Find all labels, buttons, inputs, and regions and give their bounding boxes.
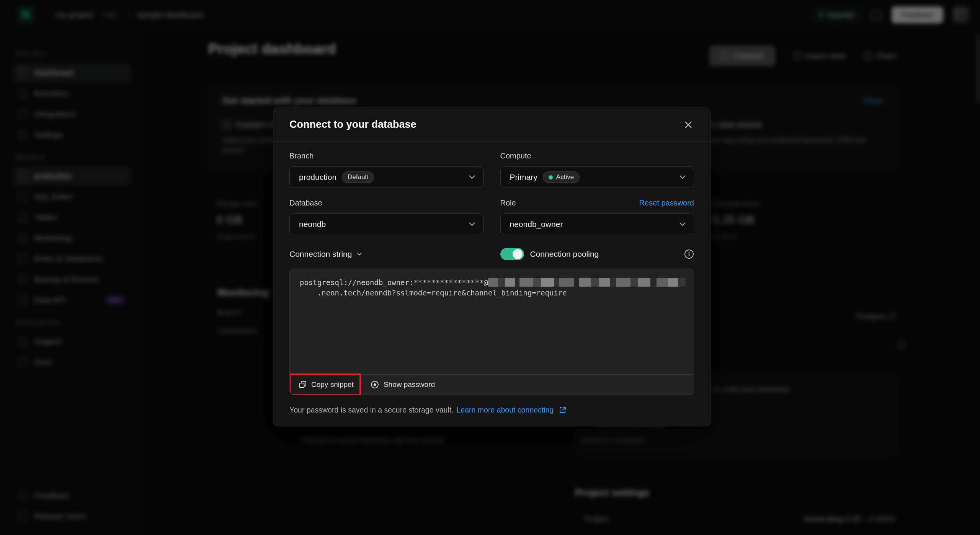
connection-string-code[interactable]: postgresql://neondb_owner:**************… xyxy=(290,269,694,307)
chevron-down-icon: ⌄ xyxy=(121,173,126,180)
sidebar-item-label: Branches xyxy=(34,89,68,98)
sidebar-item-tables[interactable]: Tables xyxy=(13,208,131,227)
book-icon xyxy=(18,357,27,367)
active-dot-icon xyxy=(549,175,553,179)
sidebar-item-label: Integrations xyxy=(34,109,76,119)
connection-string-dropdown[interactable]: Connection string xyxy=(289,250,483,259)
default-badge: Default xyxy=(342,171,374,183)
table-icon xyxy=(18,213,27,222)
import-data-button[interactable]: Import data xyxy=(794,51,846,60)
sidebar-item-feedback[interactable]: Feedback xyxy=(13,486,131,505)
info-icon[interactable] xyxy=(684,249,694,259)
upgrade-label: Upgrade xyxy=(826,11,854,19)
learn-more-link[interactable]: Learn more about connecting xyxy=(457,406,554,414)
sidebar-item-dashboard[interactable]: Dashboard xyxy=(13,63,131,82)
sidebar-item-label: Roles & Databases xyxy=(34,254,103,263)
feedback-button[interactable]: Feedback xyxy=(892,7,943,23)
copy-snippet-label: Copy snippet xyxy=(311,380,354,389)
sidebar-item-label: Tables xyxy=(34,213,57,222)
notifications-bell-icon[interactable] xyxy=(872,10,882,20)
plug-icon xyxy=(721,52,729,60)
upgrade-button[interactable]: Upgrade xyxy=(812,7,862,23)
neon-logo-icon[interactable]: N xyxy=(17,6,34,24)
branch-select[interactable]: production Default xyxy=(289,166,483,188)
sidebar-section-resources: Resources xyxy=(16,320,131,326)
sidebar-section-project: Project xyxy=(16,51,131,58)
branch-icon xyxy=(18,89,27,98)
onboarding-title: Get started with your database xyxy=(222,95,357,106)
upgrade-dot-icon xyxy=(819,13,823,17)
sidebar-item-label: Feedback xyxy=(34,491,69,500)
users-icon xyxy=(18,254,27,263)
connection-pooling-toggle[interactable] xyxy=(500,248,524,260)
role-select[interactable]: neondb_owner xyxy=(500,214,694,235)
copy-snippet-button[interactable]: Copy snippet xyxy=(291,375,362,395)
page-title: Project dashboard xyxy=(208,41,336,57)
info-icon[interactable] xyxy=(897,340,906,349)
breadcrumb-project[interactable]: my-project xyxy=(56,10,93,20)
clock-icon xyxy=(18,275,27,284)
plan-badge: Free xyxy=(100,10,121,19)
breadcrumb-separator: / xyxy=(127,10,130,20)
sidebar-item-backup-restore[interactable]: Backup & Restore xyxy=(13,270,131,289)
top-header: N my-project Free / sample-dashboard ⌄ U… xyxy=(0,0,980,29)
monitoring-block: Monitoring Branch Connections xyxy=(217,287,269,335)
show-password-label: Show password xyxy=(384,380,435,389)
share-button[interactable]: Share xyxy=(864,51,897,60)
api-icon xyxy=(18,295,27,305)
sidebar-item-monitoring[interactable]: Monitoring xyxy=(13,228,131,248)
monitoring-row: Branch xyxy=(217,308,269,317)
sidebar-item-label: Support xyxy=(34,337,62,346)
show-password-button[interactable]: Show password xyxy=(362,375,443,395)
database-select[interactable]: neondb xyxy=(289,214,483,235)
sidebar-item-roles-databases[interactable]: Roles & Databases xyxy=(13,249,131,268)
breadcrumb: my-project Free / sample-dashboard ⌄ xyxy=(56,10,217,20)
sidebar-branch-selector[interactable]: production ⌄ xyxy=(13,166,131,186)
modal-header: Connect to your database xyxy=(273,108,710,142)
scrollbar-thumb[interactable] xyxy=(977,34,979,103)
active-status-label: Active xyxy=(556,173,574,181)
sidebar: Project Dashboard Branches Integrations … xyxy=(0,29,144,535)
branch-value: production xyxy=(299,173,336,182)
breadcrumb-branch[interactable]: sample-dashboard xyxy=(137,10,203,20)
compute-select[interactable]: Primary Active xyxy=(500,166,694,188)
page-actions: Connect Import data Share xyxy=(709,46,897,66)
sidebar-section-branch: Branch xyxy=(16,154,131,161)
sidebar-item-label: Monitoring xyxy=(34,233,72,243)
close-icon[interactable] xyxy=(683,119,694,130)
project-settings-row: Project Autoscaling 0.25 – 2 vCPU xyxy=(585,515,895,524)
reset-password-link[interactable]: Reset password xyxy=(639,199,694,207)
compute-field: Compute Primary Active xyxy=(500,152,694,188)
sidebar-item-settings[interactable]: Settings xyxy=(13,125,131,144)
sidebar-item-sql-editor[interactable]: SQL Editor xyxy=(13,187,131,206)
monitoring-row: Connections xyxy=(217,327,269,335)
active-status-badge: Active xyxy=(543,171,580,183)
sidebar-item-docs[interactable]: Docs xyxy=(13,352,131,372)
branch-label: Branch xyxy=(289,152,314,160)
chart-icon xyxy=(18,233,27,243)
database-value: neondb xyxy=(299,220,326,229)
project-settings-title: Project settings xyxy=(575,487,650,499)
connect-modal: Connect to your database Branch producti… xyxy=(273,108,710,426)
sidebar-item-support[interactable]: Support xyxy=(13,332,131,351)
role-field: Role Reset password neondb_owner xyxy=(500,199,694,235)
connect-button[interactable]: Connect xyxy=(709,46,775,66)
sidebar-footer: Feedback Release notes xyxy=(13,486,131,527)
connection-string-box: postgresql://neondb_owner:**************… xyxy=(289,269,694,395)
sidebar-item-data-api[interactable]: Data API NEW xyxy=(13,290,131,310)
redacted-host xyxy=(488,278,686,287)
sidebar-item-branches[interactable]: Branches xyxy=(13,84,131,103)
hint-text: Prepare to export database with the neon… xyxy=(302,436,443,444)
user-avatar[interactable] xyxy=(953,7,969,23)
onboarding-column[interactable]: Add a data source Connect your app using… xyxy=(681,120,883,155)
eye-icon xyxy=(371,380,379,389)
terminal-icon xyxy=(18,192,27,201)
sidebar-item-release-notes[interactable]: Release notes xyxy=(13,507,131,526)
hint-text: Switch to navigation xyxy=(581,436,646,444)
branch-field: Branch production Default xyxy=(289,152,483,188)
sidebar-item-label: Settings xyxy=(34,130,63,139)
sidebar-item-label: Backup & Restore xyxy=(34,275,99,284)
sidebar-item-integrations[interactable]: Integrations xyxy=(13,104,131,124)
onboarding-close-link[interactable]: Close xyxy=(863,96,883,105)
upload-icon xyxy=(794,52,801,60)
